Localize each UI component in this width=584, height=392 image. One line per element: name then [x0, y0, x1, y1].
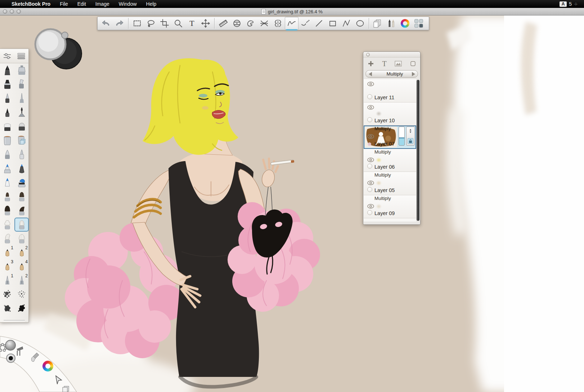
layer-row-layer-11[interactable]: Layer 11	[364, 79, 416, 102]
menu-help[interactable]: Help	[146, 1, 157, 7]
brush-airbrush-icon[interactable]	[14, 63, 29, 77]
cursor-icon[interactable]	[54, 375, 63, 385]
minimize-button[interactable]	[10, 9, 14, 14]
brush-brush-fluffy-white-icon[interactable]	[0, 218, 14, 232]
brush-pencil-tan-1-icon[interactable]: 1	[0, 246, 14, 260]
layer-row-layer-10[interactable]: Layer 10	[364, 102, 416, 126]
brush-cone-blue-white-icon[interactable]	[0, 176, 14, 190]
layer-select-radio[interactable]	[367, 117, 372, 122]
zoom-window-button[interactable]	[17, 9, 21, 14]
tool-ellipse-guide-icon[interactable]	[230, 17, 244, 30]
layer-visibility-eye-icon[interactable]	[367, 134, 374, 140]
tool-french-curve-icon[interactable]	[244, 17, 257, 30]
brush-pencil-tan-3-icon[interactable]: 3	[0, 260, 14, 274]
brush-library-icon[interactable]	[17, 53, 26, 60]
layer-visibility-eye-icon[interactable]	[367, 180, 374, 187]
tool-swatches-icon[interactable]	[412, 17, 426, 30]
menu-edit[interactable]: Edit	[77, 1, 86, 7]
zoom-puck[interactable]	[34, 22, 83, 70]
brush-splatter-fine-icon[interactable]	[14, 288, 29, 302]
paint-brush-icon[interactable]	[30, 352, 40, 363]
tool-ellipse-icon[interactable]	[353, 17, 367, 30]
brush-brush-fan-dark-icon[interactable]	[14, 190, 29, 204]
tool-line-icon[interactable]	[312, 17, 326, 30]
lagoon-color-wheel-icon[interactable]	[42, 361, 53, 372]
brush-needle-icon[interactable]	[14, 91, 29, 105]
brush-ink-blot-gray-icon[interactable]	[0, 302, 14, 316]
tool-brush-pair-icon[interactable]	[385, 17, 398, 30]
menu-image[interactable]: Image	[95, 1, 109, 7]
blend-next-arrow[interactable]	[412, 72, 415, 76]
tool-symmetry-icon[interactable]	[271, 17, 285, 30]
layer-opacity-slider[interactable]	[399, 127, 405, 146]
layer-visibility-eye-icon[interactable]	[367, 81, 374, 88]
menu-window[interactable]: Window	[119, 1, 137, 7]
palette-resize-grip[interactable]	[4, 320, 25, 321]
brush-cap-blue-icon[interactable]	[14, 176, 29, 190]
pages-icon[interactable]	[62, 386, 71, 392]
layer-reorder-arrows-icon[interactable]: ▲▼	[409, 128, 412, 133]
layer-select-radio[interactable]	[367, 187, 372, 192]
layers-panel-titlebar[interactable]	[363, 52, 420, 58]
brush-cone-silver-icon[interactable]	[0, 147, 14, 161]
dot-button[interactable]	[6, 354, 15, 363]
layer-row-layer-07[interactable]: MultiplyLayer 07▲▼	[364, 126, 416, 149]
brush-brush-flat-white-icon[interactable]	[0, 232, 14, 246]
brush-eraser-flat-icon[interactable]	[0, 119, 14, 133]
tool-copy-merge-icon[interactable]	[371, 17, 385, 30]
layer-select-radio[interactable]	[367, 164, 372, 169]
tool-redo-icon[interactable]	[113, 17, 126, 30]
traffic-lights[interactable]	[3, 9, 21, 14]
layer-row-layer-06[interactable]: MultiplyLayer 06	[364, 149, 416, 172]
tool-color-wheel-icon[interactable]	[398, 17, 412, 30]
brush-pencil-tan-2-icon[interactable]: 2	[14, 246, 29, 260]
blend-prev-arrow[interactable]	[369, 72, 372, 76]
brush-ballpoint-icon[interactable]	[0, 91, 14, 105]
import-image-icon[interactable]	[395, 61, 402, 67]
layers-scrollbar[interactable]	[417, 80, 419, 221]
brush-brush-round-white-icon[interactable]	[14, 218, 29, 232]
tool-crop-icon[interactable]	[158, 17, 171, 30]
brush-settings-icon[interactable]	[3, 53, 12, 60]
brush-ink-blot-black-icon[interactable]	[14, 302, 29, 316]
menu-file[interactable]: File	[60, 1, 68, 7]
layer-lock-icon[interactable]	[408, 138, 413, 144]
window-title-bar[interactable]: girl_drawing.tif @ 126.4 %	[0, 8, 584, 15]
brush-cone-dark-icon[interactable]	[0, 105, 14, 119]
brush-pen-num-1-icon[interactable]: 1	[0, 274, 14, 288]
new-card-icon[interactable]	[410, 61, 416, 67]
tool-text-icon[interactable]: T	[185, 17, 199, 30]
tool-rect-select-icon[interactable]	[130, 17, 144, 30]
layer-row-layer-09[interactable]: MultiplyLayer 09	[364, 195, 416, 219]
tool-lasso-select-icon[interactable]	[144, 17, 158, 30]
brush-brush-mop-white-icon[interactable]	[14, 232, 29, 246]
brush-brush-small-dark-icon[interactable]	[0, 190, 14, 204]
edit-tools-icon[interactable]	[15, 346, 24, 357]
brush-brush-big-dark-icon[interactable]	[0, 204, 14, 218]
panel-knob[interactable]	[366, 53, 370, 56]
tool-polyline-icon[interactable]	[340, 17, 353, 30]
brush-chisel-icon[interactable]	[14, 77, 29, 91]
brush-bucket-icon[interactable]	[0, 133, 14, 147]
layer-select-radio[interactable]	[367, 94, 372, 99]
tool-cut-stroke-icon[interactable]	[257, 17, 271, 30]
brush-eraser-round-icon[interactable]	[14, 119, 29, 133]
layer-visibility-eye-icon[interactable]	[367, 204, 374, 210]
layer-row-layer-05[interactable]: MultiplyLayer 05	[364, 172, 416, 195]
app-menu[interactable]: SketchBook Pro	[12, 1, 50, 7]
brush-stand-icon[interactable]	[14, 105, 29, 119]
brush-bullet-silver-icon[interactable]	[14, 147, 29, 161]
tool-spline-stroke-icon[interactable]	[298, 17, 312, 30]
add-layer-icon[interactable]	[368, 60, 374, 67]
brush-brush-angled-dark-icon[interactable]	[14, 204, 29, 218]
blend-mode-selector[interactable]: Multiply	[365, 70, 418, 78]
tool-rectangle-icon[interactable]	[326, 17, 340, 30]
tool-move-icon[interactable]	[199, 17, 212, 30]
layer-select-radio[interactable]	[367, 210, 372, 215]
text-layer-icon[interactable]: T	[382, 60, 387, 68]
layer-visibility-eye-icon[interactable]	[367, 105, 374, 111]
close-button[interactable]	[3, 9, 7, 14]
status-area[interactable]: A 5 ⁘	[560, 1, 580, 7]
brush-cone-blue-icon[interactable]	[0, 161, 14, 176]
brush-pencil-tan-4-icon[interactable]: 4	[14, 260, 29, 274]
